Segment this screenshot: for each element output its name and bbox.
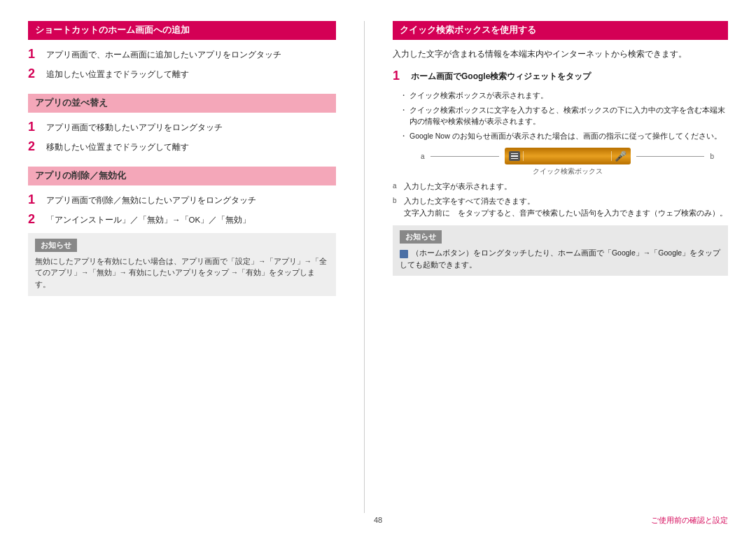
menu-line-1 xyxy=(511,153,518,155)
bullet-list: ・ クイック検索ボックスが表示されます。 ・ クイック検索ボックスに文字を入力す… xyxy=(400,90,728,142)
menu-line-3 xyxy=(511,158,518,160)
footnote-section: a 入力した文字が表示されます。 b 入力した文字をすべて消去できます。 文字入… xyxy=(393,181,728,218)
bullet-dot-3: ・ xyxy=(400,130,410,142)
notice-header-left: お知らせ xyxy=(35,239,77,252)
step-text-1-2: 追加したい位置までドラッグして離す xyxy=(46,66,189,80)
section-shortcut-header: ショートカットのホーム画面への追加 xyxy=(28,21,336,40)
step-num-1: 1 xyxy=(28,47,43,62)
bullet-text-3: Google Now のお知らせ画面が表示された場合は、画面の指示に従って操作し… xyxy=(410,130,722,142)
step-3-2: 2 「アンインストール」／「無効」→「OK」／「無効」 xyxy=(28,212,336,227)
step-num-2-2: 2 xyxy=(28,139,43,155)
notice-text-right: （ホームボタン）をロングタッチしたり、ホーム画面で「Google」→「Googl… xyxy=(400,247,721,271)
section-rearrange: アプリの並べ替え 1 アプリ画面で移動したいアプリをロングタッチ 2 移動したい… xyxy=(28,94,336,154)
step-text-3-2: 「アンインストール」／「無効」→「OK」／「無効」 xyxy=(46,212,251,226)
step-text-2-1: アプリ画面で移動したいアプリをロングタッチ xyxy=(46,120,223,134)
notice-box-left: お知らせ 無効にしたアプリを有効にしたい場合は、アプリ画面で「設定」→「アプリ」… xyxy=(28,233,336,296)
step-num-3-2: 2 xyxy=(28,212,43,227)
intro-text: 入力した文字が含まれる情報を本端末内やインターネットから検索できます。 xyxy=(393,48,728,60)
search-diagram: a 🎤 b xyxy=(421,148,714,164)
footnote-text-a: 入力した文字が表示されます。 xyxy=(404,181,512,192)
notice-box-right: お知らせ （ホームボタン）をロングタッチしたり、ホーム画面で「Google」→「… xyxy=(393,225,728,276)
right-step-text-1: ホーム画面でGoogle検索ウィジェットをタップ xyxy=(411,69,591,83)
right-step-num-1: 1 xyxy=(393,69,408,84)
right-column: クイック検索ボックスを使用する 入力した文字が含まれる情報を本端末内やインターネ… xyxy=(393,21,728,513)
bullet-dot-2: ・ xyxy=(400,104,410,116)
step-text-1-1: アプリ画面で、ホーム画面に追加したいアプリをロングタッチ xyxy=(46,47,281,61)
step-2-2: 2 移動したい位置までドラッグして離す xyxy=(28,139,336,155)
search-bar-sep xyxy=(523,151,524,161)
left-column: ショートカットのホーム画面への追加 1 アプリ画面で、ホーム画面に追加したいアプ… xyxy=(28,21,336,513)
bullet-item-1: ・ クイック検索ボックスが表示されます。 xyxy=(400,90,728,101)
step-text-2-2: 移動したい位置までドラッグして離す xyxy=(46,139,189,153)
column-divider xyxy=(364,21,365,513)
diagram-label-b: b xyxy=(710,153,714,160)
menu-icon xyxy=(509,151,520,161)
bullet-text-2: クイック検索ボックスに文字を入力すると、検索ボックスの下に入力中の文字を含む本端… xyxy=(410,104,728,128)
step-1-2: 2 追加したい位置までドラッグして離す xyxy=(28,66,336,82)
bullet-item-2: ・ クイック検索ボックスに文字を入力すると、検索ボックスの下に入力中の文字を含む… xyxy=(400,104,728,128)
page-number: 48 xyxy=(374,516,382,524)
right-step-1: 1 ホーム画面でGoogle検索ウィジェットをタップ xyxy=(393,69,728,84)
section-shortcut: ショートカットのホーム画面への追加 1 アプリ画面で、ホーム画面に追加したいアプ… xyxy=(28,21,336,81)
page: ショートカットのホーム画面への追加 1 アプリ画面で、ホーム画面に追加したいアプ… xyxy=(0,0,756,534)
footnote-a: a 入力した文字が表示されます。 xyxy=(393,181,728,192)
footnote-b: b 入力した文字をすべて消去できます。 文字入力前に をタップすると、音声で検索… xyxy=(393,195,728,219)
section-rearrange-header: アプリの並べ替え xyxy=(28,94,336,113)
step-1-1: 1 アプリ画面で、ホーム画面に追加したいアプリをロングタッチ xyxy=(28,47,336,62)
notice-icon-home xyxy=(400,250,408,258)
diagram-line-right xyxy=(636,156,705,157)
menu-line-2 xyxy=(511,155,518,157)
footnote-label-a: a xyxy=(393,181,401,192)
notice-header-right: お知らせ xyxy=(400,230,442,244)
bullet-dot-1: ・ xyxy=(400,90,410,101)
mic-icon: 🎤 xyxy=(615,150,626,162)
bullet-text-1: クイック検索ボックスが表示されます。 xyxy=(410,90,548,101)
bullet-item-3: ・ Google Now のお知らせ画面が表示された場合は、画面の指示に従って操… xyxy=(400,130,728,142)
step-num-2-1: 1 xyxy=(28,120,43,135)
footer-link[interactable]: ご使用前の確認と設定 xyxy=(651,515,728,526)
section-delete: アプリの削除／無効化 1 アプリ画面で削除／無効にしたいアプリをロングタッチ 2… xyxy=(28,167,336,296)
diagram-label-a: a xyxy=(421,153,425,160)
step-2-1: 1 アプリ画面で移動したいアプリをロングタッチ xyxy=(28,120,336,135)
diagram-line-left xyxy=(430,156,499,157)
step-3-1: 1 アプリ画面で削除／無効にしたいアプリをロングタッチ xyxy=(28,192,336,208)
search-bar-visual: 🎤 xyxy=(505,148,631,164)
search-bar-sep2 xyxy=(611,151,612,161)
notice-text-left: 無効にしたアプリを有効にしたい場合は、アプリ画面で「設定」→「アプリ」→「全ての… xyxy=(35,255,329,290)
footnote-label-b: b xyxy=(393,195,401,206)
step-num-3-1: 1 xyxy=(28,192,43,208)
footnote-text-b: 入力した文字をすべて消去できます。 文字入力前に をタップすると、音声で検索した… xyxy=(404,195,727,219)
step-num-2: 2 xyxy=(28,66,43,82)
step-text-3-1: アプリ画面で削除／無効にしたいアプリをロングタッチ xyxy=(46,192,256,206)
diagram-caption: クイック検索ボックス xyxy=(421,167,714,176)
notice-text-right-content: （ホームボタン）をロングタッチしたり、ホーム画面で「Google」→「Googl… xyxy=(400,248,720,269)
section-delete-header: アプリの削除／無効化 xyxy=(28,167,336,185)
search-diagram-container: a 🎤 b xyxy=(421,148,714,176)
section-quicksearch-header: クイック検索ボックスを使用する xyxy=(393,21,728,40)
